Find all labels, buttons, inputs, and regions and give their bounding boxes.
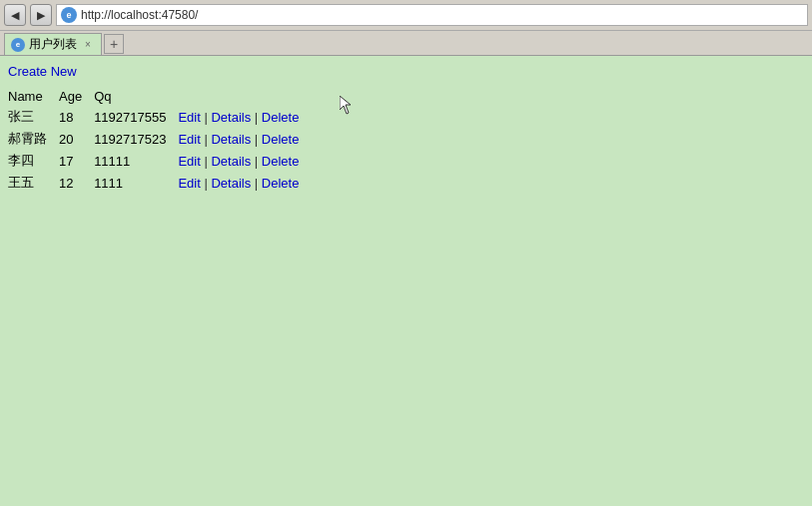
cell-qq: 1111 [94,172,178,194]
cell-qq: 1192717555 [94,106,178,128]
header-age: Age [59,87,94,106]
cell-name: 李四 [8,150,59,172]
action-separator: | [251,176,262,191]
details-link[interactable]: Details [211,110,251,125]
active-tab[interactable]: e 用户列表 × [4,33,102,55]
cell-age: 18 [59,106,94,128]
edit-link[interactable]: Edit [178,110,200,125]
cell-name: 张三 [8,106,59,128]
users-table: Name Age Qq 张三181192717555Edit | Details… [8,87,311,194]
new-tab-button[interactable]: + [104,34,124,54]
back-button[interactable]: ◀ [4,4,26,26]
cell-actions: Edit | Details | Delete [178,106,311,128]
cell-age: 12 [59,172,94,194]
page-content: Create New Name Age Qq 张三181192717555Edi… [0,56,812,455]
address-icon: e [61,7,77,23]
edit-link[interactable]: Edit [178,176,200,191]
tab-close-button[interactable]: × [81,38,95,52]
details-link[interactable]: Details [211,154,251,169]
browser-chrome: ◀ ▶ e http://localhost:47580/ e 用户列表 × + [0,0,812,56]
header-name: Name [8,87,59,106]
tab-bar: e 用户列表 × + [0,31,812,55]
cell-actions: Edit | Details | Delete [178,150,311,172]
header-qq: Qq [94,87,178,106]
address-text: http://localhost:47580/ [81,8,198,22]
action-separator: | [251,132,262,147]
cell-age: 20 [59,128,94,150]
create-new-link[interactable]: Create New [8,64,77,79]
action-separator: | [201,176,212,191]
cell-qq: 1192717523 [94,128,178,150]
address-bar[interactable]: e http://localhost:47580/ [56,4,808,26]
action-separator: | [201,110,212,125]
edit-link[interactable]: Edit [178,132,200,147]
forward-button[interactable]: ▶ [30,4,52,26]
nav-bar: ◀ ▶ e http://localhost:47580/ [0,0,812,31]
table-header-row: Name Age Qq [8,87,311,106]
cell-name: 王五 [8,172,59,194]
table-row: 郝霄路201192717523Edit | Details | Delete [8,128,311,150]
cell-actions: Edit | Details | Delete [178,128,311,150]
details-link[interactable]: Details [211,132,251,147]
header-actions [178,87,311,106]
details-link[interactable]: Details [211,176,251,191]
cell-age: 17 [59,150,94,172]
table-row: 李四1711111Edit | Details | Delete [8,150,311,172]
action-separator: | [251,110,262,125]
tab-title: 用户列表 [29,36,77,53]
action-separator: | [201,132,212,147]
action-separator: | [201,154,212,169]
table-row: 张三181192717555Edit | Details | Delete [8,106,311,128]
cell-name: 郝霄路 [8,128,59,150]
action-separator: | [251,154,262,169]
edit-link[interactable]: Edit [178,154,200,169]
tab-favicon: e [11,38,25,52]
delete-link[interactable]: Delete [262,110,300,125]
cell-qq: 11111 [94,150,178,172]
delete-link[interactable]: Delete [262,132,300,147]
table-row: 王五121111Edit | Details | Delete [8,172,311,194]
delete-link[interactable]: Delete [262,176,300,191]
cell-actions: Edit | Details | Delete [178,172,311,194]
delete-link[interactable]: Delete [262,154,300,169]
